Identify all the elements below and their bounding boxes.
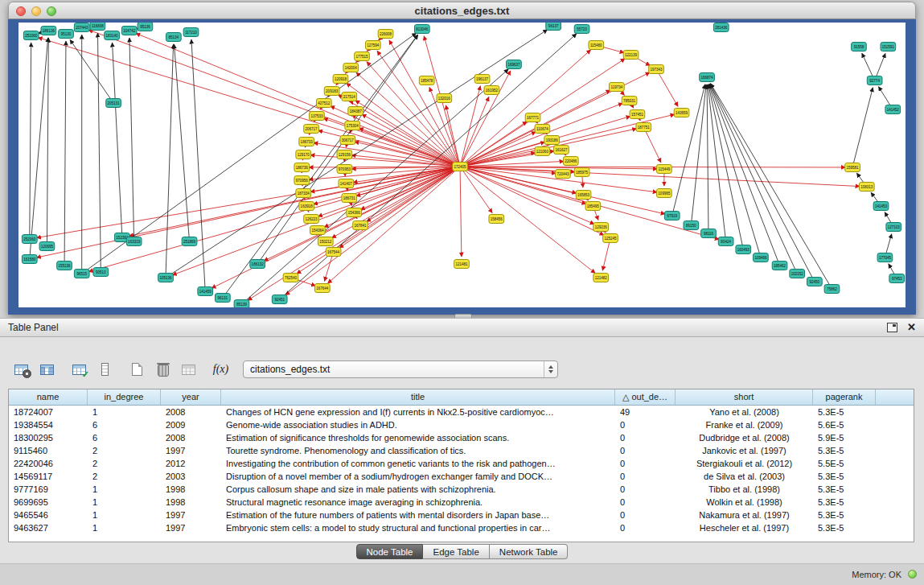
graph-node[interactable]: 92774 <box>867 76 882 85</box>
graph-node[interactable]: 120918 <box>333 75 348 84</box>
graph-node[interactable]: 196137 <box>474 75 490 84</box>
graph-node[interactable]: 122139 <box>623 51 639 60</box>
table-cell[interactable]: 5.3E-5 <box>813 406 876 418</box>
column-header-in_degree[interactable]: in_degree <box>88 389 161 405</box>
graph-node[interactable]: 217514 <box>342 93 357 101</box>
table-cell[interactable]: Changes of HCN gene expression and I(f) … <box>221 406 615 418</box>
table-cell[interactable]: 5.3E-5 <box>813 483 876 496</box>
table-cell[interactable]: 0 <box>615 521 676 534</box>
table-cell[interactable]: Dudbridge et al. (2008) <box>676 431 813 444</box>
graph-node[interactable]: 172405 <box>453 163 468 171</box>
graph-node[interactable]: 185495 <box>585 202 601 211</box>
table-cell[interactable]: 2012 <box>161 457 221 470</box>
graph-node[interactable]: 207443 <box>74 23 89 32</box>
graph-node[interactable]: 67919 <box>664 212 680 220</box>
graph-node[interactable]: 970953 <box>337 165 352 174</box>
table-cell[interactable]: 9463627 <box>9 521 88 534</box>
table-cell[interactable]: Investigating the contribution of common… <box>221 457 615 470</box>
table-cell[interactable]: 1998 <box>161 496 221 509</box>
graph-node[interactable]: 159581 <box>845 163 860 172</box>
graph-node[interactable]: 167544 <box>326 248 341 257</box>
graph-node[interactable]: 104742 <box>121 27 137 35</box>
graph-node[interactable]: 137533 <box>310 112 325 121</box>
show-columns-button[interactable] <box>35 359 59 381</box>
select-from-table-button[interactable] <box>68 359 91 381</box>
graph-node[interactable]: 226008 <box>378 30 393 39</box>
table-cell[interactable]: 5.5E-5 <box>813 457 876 470</box>
graph-edge[interactable] <box>367 167 460 221</box>
graph-node[interactable]: 165853 <box>576 191 591 200</box>
table-cell[interactable]: 0 <box>615 470 676 483</box>
graph-node[interactable]: 115449 <box>657 165 672 174</box>
minimize-window-button[interactable] <box>31 6 41 16</box>
function-builder-button[interactable]: f(x) <box>209 359 232 381</box>
graph-node[interactable]: 205131 <box>106 99 121 108</box>
graph-node[interactable]: 251869 <box>182 237 197 246</box>
graph-node[interactable]: 166874 <box>700 73 715 82</box>
graph-node[interactable]: 96131 <box>216 294 231 303</box>
graph-node[interactable]: 167841 <box>353 221 368 230</box>
graph-edge[interactable] <box>297 167 460 274</box>
graph-edge[interactable] <box>709 84 761 257</box>
table-cell[interactable]: 1 <box>88 496 161 509</box>
graph-node[interactable]: 970956 <box>294 176 310 185</box>
table-cell[interactable]: 1 <box>88 483 161 496</box>
graph-node[interactable]: 167644 <box>314 284 330 293</box>
graph-node[interactable]: 91558 <box>852 43 867 51</box>
table-cell[interactable]: 9777169 <box>9 483 88 496</box>
graph-edge[interactable] <box>129 38 134 241</box>
graph-edge[interactable] <box>672 84 705 216</box>
graph-node[interactable]: 129170 <box>296 150 311 159</box>
graph-node[interactable]: 157451 <box>630 110 645 119</box>
graph-node[interactable]: 96515 <box>74 270 89 278</box>
table-cell[interactable]: Estimation of significance thresholds fo… <box>221 431 615 444</box>
table-cell[interactable]: 14569117 <box>9 470 88 483</box>
graph-node[interactable]: 119734 <box>610 83 625 92</box>
table-cell[interactable]: Tibbo et al. (1998) <box>676 483 813 496</box>
table-cell[interactable]: Tourette syndrome. Phenomenology and cla… <box>221 444 615 457</box>
graph-node[interactable]: 206717 <box>304 125 319 134</box>
table-cell[interactable]: 2 <box>88 457 161 470</box>
graph-edge[interactable] <box>602 238 610 270</box>
table-cell[interactable]: 5.3E-5 <box>813 444 876 457</box>
table-cell[interactable]: 5.3E-5 <box>813 521 876 534</box>
table-cell[interactable]: 2 <box>88 470 161 483</box>
graph-node[interactable]: 427512 <box>316 99 331 108</box>
graph-edge[interactable] <box>98 33 101 272</box>
graph-node[interactable]: 98116 <box>701 229 717 238</box>
graph-edge[interactable] <box>460 86 480 167</box>
table-cell[interactable]: 0 <box>615 496 676 509</box>
table-cell[interactable]: 0 <box>615 418 676 431</box>
graph-node[interactable]: 129156 <box>337 150 352 159</box>
graph-edge[interactable] <box>460 50 591 167</box>
graph-node[interactable]: 129236 <box>593 223 609 232</box>
graph-node[interactable]: 116838 <box>90 23 105 31</box>
table-cell[interactable]: Stergiakouli et al. (2012) <box>676 457 813 470</box>
float-panel-icon[interactable] <box>887 323 897 332</box>
table-cell[interactable]: 1997 <box>161 521 221 534</box>
table-cell[interactable]: 5.6E-5 <box>813 418 876 431</box>
import-table-button[interactable] <box>177 359 200 381</box>
graph-edge[interactable] <box>136 33 460 167</box>
graph-node[interactable]: 85134 <box>166 33 182 42</box>
graph-node[interactable]: 186132 <box>250 260 265 269</box>
tab-edge-table[interactable]: Edge Table <box>423 544 489 559</box>
graph-node[interactable]: 167771 <box>525 113 540 122</box>
graph-node[interactable]: 187751 <box>636 123 651 132</box>
graph-edge[interactable] <box>460 132 536 167</box>
graph-edge[interactable] <box>460 97 489 167</box>
graph-node[interactable]: 186733 <box>299 138 314 146</box>
table-cell[interactable]: 0 <box>615 483 676 496</box>
graph-edge[interactable] <box>460 71 511 167</box>
graph-node[interactable]: 110674 <box>535 125 550 134</box>
graph-edge[interactable] <box>710 84 815 282</box>
memory-status-dot[interactable] <box>908 570 917 579</box>
graph-node[interactable]: 163918 <box>299 202 314 211</box>
graph-node[interactable]: 95130 <box>59 30 74 39</box>
graph-node[interactable]: 762540 <box>283 274 298 282</box>
table-cell[interactable]: 5.3E-5 <box>813 509 876 521</box>
table-cell[interactable]: Estimation of the future numbers of pati… <box>221 509 615 521</box>
graph-node[interactable]: 55723 <box>574 25 589 34</box>
table-cell[interactable]: Nakamura et al. (1997) <box>676 509 813 521</box>
graph-node[interactable]: 80424 <box>718 237 733 246</box>
